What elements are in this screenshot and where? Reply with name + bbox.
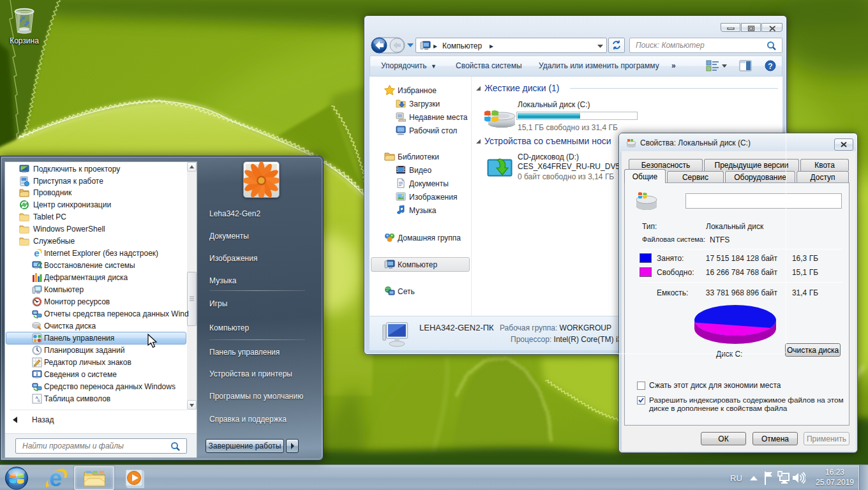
svg-text:б: б <box>38 398 40 403</box>
svg-text:e: e <box>49 468 62 489</box>
svg-text:?: ? <box>768 62 772 71</box>
